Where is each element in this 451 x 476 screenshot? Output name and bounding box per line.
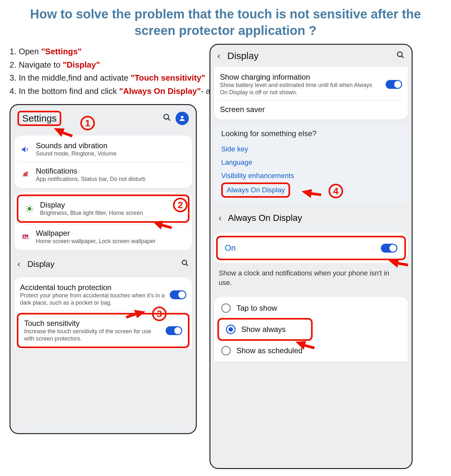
back-icon[interactable]: ‹ — [17, 259, 20, 269]
step-badge-4: 4 — [328, 184, 343, 198]
row-title: Notifications — [36, 167, 186, 175]
display-card: Show charging informationShow battery le… — [214, 67, 408, 120]
svg-point-1 — [164, 114, 169, 119]
search-icon[interactable] — [163, 113, 171, 124]
link-visibility[interactable]: Visibility enhancements — [221, 169, 401, 182]
search-icon[interactable] — [396, 51, 405, 61]
sun-icon — [24, 203, 35, 214]
back-icon[interactable]: ‹ — [219, 213, 222, 223]
phone-screenshot-right: ‹ Display Show charging informationShow … — [209, 44, 413, 469]
option-tap-to-show[interactable]: Tap to show — [214, 298, 408, 318]
aod-toggle[interactable] — [381, 244, 397, 253]
phone-screenshot-left: Settings 1 Sounds and vibrationSound mod… — [10, 104, 197, 434]
row-sub: Increase the touch sensitivity of the sc… — [24, 328, 161, 342]
link-language[interactable]: Language — [221, 156, 401, 169]
accidental-touch-toggle[interactable] — [170, 290, 186, 299]
settings-title-highlight: Settings — [17, 111, 61, 126]
display-card: Accidental touch protectionProtect your … — [14, 277, 192, 349]
svg-point-16 — [182, 260, 187, 265]
aod-on-card: On — [214, 233, 408, 263]
settings-row-sounds[interactable]: Sounds and vibrationSound mode, Ringtone… — [14, 137, 192, 162]
svg-line-12 — [27, 211, 28, 211]
svg-line-10 — [27, 206, 28, 207]
svg-point-18 — [397, 52, 402, 56]
settings-header: Settings — [10, 105, 196, 132]
looking-for-panel: Looking for something else? Side key Lan… — [214, 123, 408, 203]
row-sub: Home screen wallpaper, Lock screen wallp… — [36, 238, 186, 245]
display-header: ‹ Display — [210, 45, 412, 67]
aod-description: Show a clock and notifications when your… — [210, 267, 412, 293]
link-side-key[interactable]: Side key — [221, 142, 401, 156]
screen-saver-row[interactable]: Screen saver — [214, 101, 408, 118]
accidental-touch-row[interactable]: Accidental touch protectionProtect your … — [14, 279, 192, 311]
svg-line-11 — [31, 211, 32, 211]
option-show-always[interactable]: Show always — [217, 318, 313, 341]
bell-icon — [20, 169, 31, 180]
svg-point-15 — [24, 235, 25, 237]
link-always-on-display[interactable]: Always On Display — [221, 182, 290, 198]
looking-for-title: Looking for something else? — [221, 129, 401, 138]
volume-icon — [20, 144, 31, 155]
radio-icon[interactable] — [226, 325, 235, 334]
charging-info-row[interactable]: Show charging informationShow battery le… — [214, 68, 408, 100]
row-sub: Sound mode, Ringtone, Volume — [36, 150, 186, 157]
arrow-annotation — [299, 179, 326, 206]
display-title: Display — [227, 50, 258, 61]
svg-point-5 — [28, 207, 31, 211]
settings-card-2: DisplayBrightness, Blue light filter, Ho… — [14, 192, 192, 251]
aod-title: Always On Display — [228, 213, 302, 223]
svg-point-3 — [181, 116, 183, 118]
aod-options-card: Tap to show Show always Show as schedule… — [214, 297, 408, 362]
touch-sensitivity-toggle[interactable] — [166, 326, 182, 335]
settings-title: Settings — [22, 113, 56, 123]
row-sub: App notifications, Status bar, Do not di… — [36, 175, 186, 183]
option-label: Show always — [241, 325, 286, 334]
row-sub: Show battery level and estimated time un… — [220, 82, 381, 96]
radio-icon[interactable] — [221, 303, 231, 313]
profile-avatar[interactable] — [176, 112, 189, 125]
svg-line-19 — [401, 56, 404, 58]
display-title: Display — [27, 259, 54, 269]
row-title: Screen saver — [220, 105, 402, 114]
svg-line-2 — [168, 118, 170, 121]
row-title: Show charging information — [220, 73, 381, 82]
option-label: Show as scheduled — [236, 346, 302, 355]
svg-line-17 — [186, 264, 188, 266]
display-header: ‹ Display — [10, 255, 196, 274]
row-title: Display — [40, 201, 182, 209]
charging-info-toggle[interactable] — [386, 80, 402, 89]
aod-header: ‹ Always On Display — [210, 207, 412, 229]
svg-line-13 — [31, 206, 32, 207]
radio-icon[interactable] — [221, 346, 231, 355]
settings-card-1: Sounds and vibrationSound mode, Ringtone… — [14, 136, 192, 188]
aod-on-row[interactable]: On — [216, 236, 406, 260]
image-icon — [20, 231, 31, 242]
row-title: Sounds and vibration — [36, 141, 186, 150]
page-title: How to solve the problem that the touch … — [0, 0, 451, 42]
row-title: Accidental touch protection — [20, 283, 165, 292]
option-label: Tap to show — [236, 304, 277, 313]
back-icon[interactable]: ‹ — [217, 51, 220, 61]
row-sub: Protect your phone from accidental touch… — [20, 292, 165, 306]
settings-row-notifications[interactable]: NotificationsApp notifications, Status b… — [14, 162, 192, 187]
search-icon[interactable] — [181, 259, 189, 269]
on-label: On — [225, 243, 236, 253]
svg-point-4 — [26, 171, 28, 174]
